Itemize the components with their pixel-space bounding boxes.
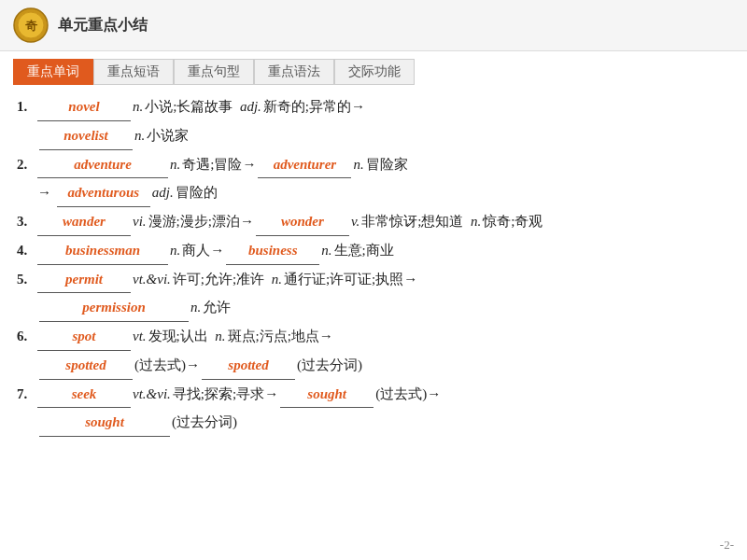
def-5-1: 许可;允许;准许 <box>173 267 264 293</box>
item-2: 2. adventure n. 奇遇;冒险→ adventurer n. 冒险家 <box>17 152 730 179</box>
sub-pos-5: n. <box>190 295 201 321</box>
word-adventurer: adventurer <box>258 152 351 179</box>
word-novelist: novelist <box>39 123 133 150</box>
item-4: 4. businessman n. 商人→ business n. 生意;商业 <box>17 238 730 265</box>
item-7-sub: sought (过去分词) <box>37 410 730 437</box>
pos-4-2: n. <box>321 238 331 264</box>
header-title: 单元重点小结 <box>58 16 148 35</box>
label-7-pp: (过去分词) <box>172 410 237 436</box>
tab-phrases[interactable]: 重点短语 <box>93 59 174 85</box>
item-num-4: 4. <box>17 238 34 264</box>
word-permission: permission <box>39 295 189 322</box>
def-4-1: 商人→ <box>182 238 224 264</box>
svg-text:奇: 奇 <box>25 19 38 33</box>
tab-grammar[interactable]: 重点语法 <box>254 59 334 85</box>
def-2-2: 冒险家 <box>366 152 408 178</box>
word-adventure: adventure <box>37 152 168 179</box>
def-6-1: 发现;认出 <box>148 324 208 350</box>
sub-def-5: 允许 <box>203 295 231 321</box>
item-7: 7. seek vt.&vi. 寻找;探索;寻求→ sought (过去式)→ <box>17 382 730 409</box>
word-spot: spot <box>37 324 131 351</box>
label-spotted-pp: (过去分词) <box>297 353 362 379</box>
label-spotted-past: (过去式)→ <box>134 353 200 379</box>
word-sought-pp: sought <box>39 410 170 437</box>
item-1-sub: novelist n. 小说家 <box>37 123 730 150</box>
item-num-2: 2. <box>17 152 34 178</box>
item-2-sub: → adventurous adj. 冒险的 <box>37 180 730 207</box>
pos-7-1: vt.&vi. <box>133 382 171 408</box>
tab-communication[interactable]: 交际功能 <box>334 59 415 85</box>
def-1-1: 小说;长篇故事 <box>145 94 233 120</box>
word-business: business <box>226 238 319 265</box>
pos-3-3: n. <box>471 209 481 235</box>
sub-def-1: 小说家 <box>147 123 189 149</box>
def-4-2: 生意;商业 <box>334 238 394 264</box>
tab-sentences[interactable]: 重点句型 <box>174 59 254 85</box>
pos-3-1: vi. <box>133 209 147 235</box>
page-number: -2- <box>720 538 734 553</box>
pos-3-2: v. <box>351 209 359 235</box>
item-num-1: 1. <box>17 94 34 120</box>
word-seek: seek <box>37 382 131 409</box>
logo-icon: 奇 <box>13 7 49 43</box>
def-6-2: 斑点;污点;地点→ <box>228 324 333 350</box>
pos-6-1: vt. <box>133 324 147 350</box>
sub-pos-2: adj. <box>152 180 174 206</box>
sub-pos-1: n. <box>134 123 145 149</box>
word-sought-past: sought <box>280 382 374 409</box>
pos-1-2: adj. <box>240 94 261 120</box>
word-wander: wander <box>37 209 131 236</box>
tab-vocab[interactable]: 重点单词 <box>13 59 93 85</box>
def-3-1: 漫游;漫步;漂泊→ <box>148 209 254 235</box>
word-wonder: wonder <box>256 209 349 236</box>
def-3-3: 惊奇;奇观 <box>483 209 543 235</box>
def-5-2: 通行证;许可证;执照→ <box>284 267 417 293</box>
def-1-2: 新奇的;异常的→ <box>263 94 365 120</box>
def-3-2: 非常惊讶;想知道 <box>361 209 463 235</box>
item-num-7: 7. <box>17 382 34 408</box>
item-5: 5. permit vt.&vi. 许可;允许;准许 n. 通行证;许可证;执照… <box>17 267 730 294</box>
word-adventurous: adventurous <box>57 180 150 207</box>
item-5-sub: permission n. 允许 <box>37 295 730 322</box>
word-businessman: businessman <box>37 238 168 265</box>
content-area: 1. novel n. 小说;长篇故事 adj. 新奇的;异常的→ noveli… <box>0 85 747 448</box>
header: 奇 单元重点小结 <box>0 0 747 51</box>
pos-6-2: n. <box>215 324 225 350</box>
pos-2-1: n. <box>170 152 180 178</box>
item-num-3: 3. <box>17 209 34 235</box>
pos-5-2: n. <box>272 267 282 293</box>
word-spotted-pp: spotted <box>202 353 295 380</box>
item-num-5: 5. <box>17 267 34 293</box>
item-6: 6. spot vt. 发现;认出 n. 斑点;污点;地点→ <box>17 324 730 351</box>
item-6-sub: spotted (过去式)→ spotted (过去分词) <box>37 353 730 380</box>
item-1: 1. novel n. 小说;长篇故事 adj. 新奇的;异常的→ <box>17 94 730 121</box>
def-7-1: 寻找;探索;寻求→ <box>173 382 278 408</box>
def-2-1: 奇遇;冒险→ <box>182 152 256 178</box>
pos-2-2: n. <box>353 152 363 178</box>
pos-4-1: n. <box>170 238 180 264</box>
word-permit: permit <box>37 267 131 294</box>
tab-bar: 重点单词 重点短语 重点句型 重点语法 交际功能 <box>0 51 747 85</box>
pos-1-1: n. <box>133 94 143 120</box>
item-3: 3. wander vi. 漫游;漫步;漂泊→ wonder v. 非常惊讶;想… <box>17 209 730 236</box>
word-spotted-past: spotted <box>39 353 133 380</box>
pos-5-1: vt.&vi. <box>133 267 171 293</box>
item-num-6: 6. <box>17 324 34 350</box>
label-7-past: (过去式)→ <box>375 382 441 408</box>
sub-def-2: 冒险的 <box>176 180 218 206</box>
word-novel: novel <box>37 94 131 121</box>
